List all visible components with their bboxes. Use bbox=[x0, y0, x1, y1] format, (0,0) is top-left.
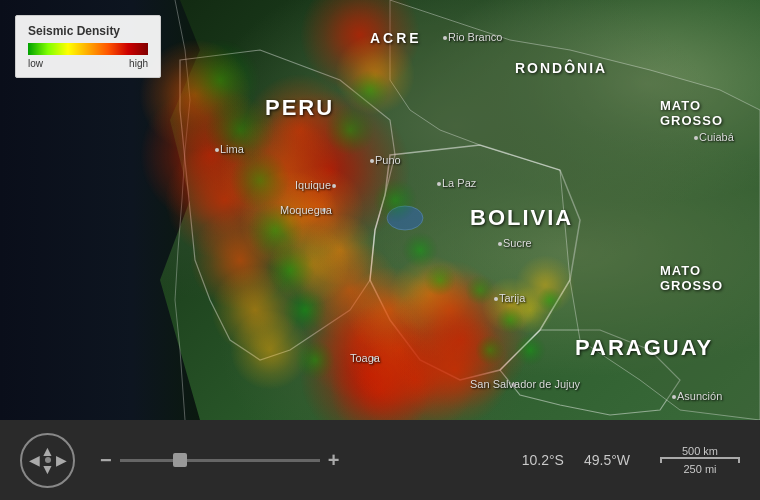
coordinates: 10.2°S 49.5°W bbox=[522, 452, 630, 468]
pan-right-arrow: ▶ bbox=[56, 452, 67, 468]
city-dot-lapaz bbox=[437, 182, 441, 186]
zoom-slider-thumb[interactable] bbox=[173, 453, 187, 467]
scale-mi: 250 mi bbox=[683, 463, 716, 475]
zoom-minus-button[interactable]: − bbox=[100, 449, 112, 472]
city-dot-lima bbox=[215, 148, 219, 152]
legend: Seismic Density low high bbox=[15, 15, 161, 78]
latitude: 10.2°S bbox=[522, 452, 564, 468]
map-container[interactable]: PERU BOLIVIA PARAGUAY ACRE RONDÔNIA MATO… bbox=[0, 0, 760, 420]
legend-title: Seismic Density bbox=[28, 24, 148, 38]
scale-km: 500 km bbox=[682, 445, 718, 457]
pan-control[interactable]: ▲ ▼ ◀ ▶ bbox=[20, 433, 75, 488]
pan-control-inner: ▲ ▼ ◀ ▶ bbox=[33, 445, 63, 475]
city-dot-iquique bbox=[332, 184, 336, 188]
legend-gradient bbox=[28, 43, 148, 55]
city-dot-sanjujuy bbox=[512, 383, 516, 387]
zoom-control: − + bbox=[100, 449, 482, 472]
city-dot-cuiaba bbox=[694, 136, 698, 140]
city-dot-tarija bbox=[494, 297, 498, 301]
scale-bar: 500 km 250 mi bbox=[660, 445, 740, 475]
pan-center bbox=[45, 457, 51, 463]
legend-labels: low high bbox=[28, 58, 148, 69]
zoom-slider-track[interactable] bbox=[120, 459, 320, 462]
city-dot-moquegua bbox=[322, 208, 326, 212]
longitude: 49.5°W bbox=[584, 452, 630, 468]
pan-left-arrow: ◀ bbox=[29, 452, 40, 468]
legend-high: high bbox=[129, 58, 148, 69]
legend-low: low bbox=[28, 58, 43, 69]
city-dot-riobranco bbox=[443, 36, 447, 40]
control-bar: ▲ ▼ ◀ ▶ − + 10.2°S 49.5°W 500 km 250 mi bbox=[0, 420, 760, 500]
city-dot-asuncion bbox=[672, 395, 676, 399]
pan-down-arrow: ▼ bbox=[41, 461, 55, 477]
city-dot-puno bbox=[370, 159, 374, 163]
city-dot-sucre bbox=[498, 242, 502, 246]
city-dot-toaga bbox=[372, 357, 376, 361]
zoom-plus-button[interactable]: + bbox=[328, 449, 340, 472]
